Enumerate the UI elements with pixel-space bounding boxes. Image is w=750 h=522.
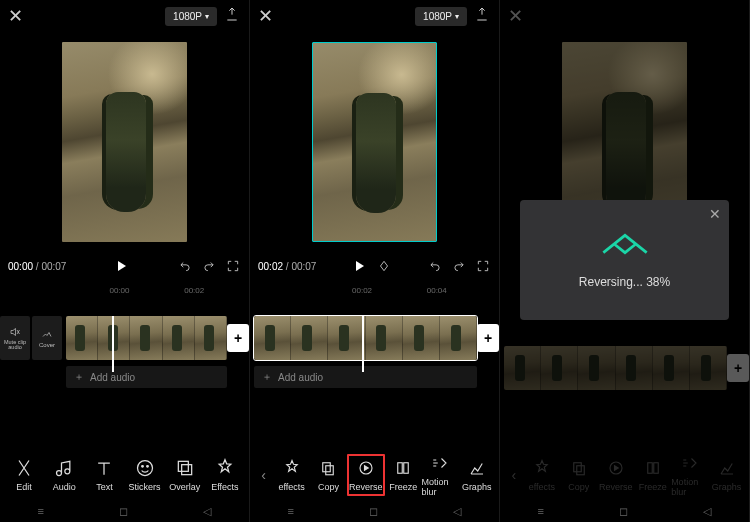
video-clip[interactable] xyxy=(254,316,477,360)
tool-effects: effects xyxy=(523,458,560,492)
android-navbar: ≡ ◻ ◁ xyxy=(0,500,249,522)
video-clip[interactable] xyxy=(66,316,227,360)
timeline[interactable]: 00:00 00:02 Mute clip audio Cover + ＋ Ad… xyxy=(0,280,249,430)
tool-reverse: Reverse xyxy=(597,458,634,492)
tool-effects[interactable]: Effects xyxy=(206,458,244,492)
tool-freeze[interactable]: Freeze xyxy=(385,458,422,492)
progress-overlay: ✕ Reversing... 38% xyxy=(520,200,729,320)
tool-effects[interactable]: effects xyxy=(273,458,310,492)
svg-point-0 xyxy=(137,461,152,476)
svg-rect-6 xyxy=(326,466,334,475)
tool-motionblur[interactable]: Motion blur xyxy=(422,453,459,497)
tool-copy: Copy xyxy=(560,458,597,492)
mute-clip-button[interactable]: Mute clip audio xyxy=(0,316,30,360)
fullscreen-icon[interactable] xyxy=(475,258,491,274)
tool-text[interactable]: Text xyxy=(85,458,123,492)
nav-back-icon[interactable]: ◁ xyxy=(453,505,461,518)
svg-point-1 xyxy=(141,466,143,468)
redo-icon[interactable] xyxy=(451,258,467,274)
svg-rect-4 xyxy=(181,465,191,475)
playhead[interactable] xyxy=(112,316,114,372)
tool-overlay[interactable]: Overlay xyxy=(166,458,204,492)
tool-audio[interactable]: Audio xyxy=(45,458,83,492)
tool-stickers[interactable]: Stickers xyxy=(126,458,164,492)
tool-motionblur: Motion blur xyxy=(671,453,708,497)
tool-copy[interactable]: Copy xyxy=(310,458,347,492)
svg-point-2 xyxy=(146,466,148,468)
bottom-toolbar: Edit Audio Text Stickers Overlay Effects xyxy=(0,450,249,500)
tool-graphs: Graphs xyxy=(708,458,745,492)
progress-text: Reversing... 38% xyxy=(579,275,670,289)
svg-rect-10 xyxy=(574,463,582,472)
top-bar: ✕ 1080P xyxy=(0,0,249,32)
close-icon[interactable]: ✕ xyxy=(508,5,528,27)
nav-menu-icon[interactable]: ≡ xyxy=(288,505,294,517)
tool-graphs[interactable]: Graphs xyxy=(458,458,495,492)
undo-icon[interactable] xyxy=(177,258,193,274)
timeline-ruler: 00:02 00:04 xyxy=(250,286,499,298)
time-display: 00:02 / 00:07 xyxy=(258,261,316,272)
reverse-progress-icon xyxy=(599,231,651,261)
timeline[interactable]: 00:02 00:04 + ＋ Add audio xyxy=(250,280,499,430)
tool-freeze: Freeze xyxy=(634,458,671,492)
playback-bar: 00:00 / 00:07 xyxy=(0,252,249,280)
close-icon[interactable]: ✕ xyxy=(8,5,28,27)
video-frame xyxy=(62,42,187,242)
nav-home-icon[interactable]: ◻ xyxy=(619,505,628,518)
mute-clip-label: Mute clip audio xyxy=(0,340,30,351)
add-clip-button[interactable]: + xyxy=(477,324,499,352)
redo-icon[interactable] xyxy=(201,258,217,274)
undo-icon[interactable] xyxy=(427,258,443,274)
overlay-close-icon[interactable]: ✕ xyxy=(709,206,721,222)
nav-menu-icon[interactable]: ≡ xyxy=(538,505,544,517)
video-clip xyxy=(504,346,727,390)
add-clip-button[interactable]: + xyxy=(227,324,249,352)
nav-menu-icon[interactable]: ≡ xyxy=(38,505,44,517)
fullscreen-icon[interactable] xyxy=(225,258,241,274)
tool-reverse[interactable]: Reverse xyxy=(347,454,385,496)
add-audio-row[interactable]: ＋ Add audio xyxy=(254,366,477,388)
bottom-toolbar: ‹ effects Copy Reverse Freeze Motion blu… xyxy=(500,450,749,500)
top-bar: ✕ 1080P xyxy=(250,0,499,32)
resolution-selector[interactable]: 1080P xyxy=(415,7,467,26)
toolbar-back-icon: ‹ xyxy=(504,467,523,483)
video-frame xyxy=(312,42,437,242)
nav-back-icon[interactable]: ◁ xyxy=(203,505,211,518)
nav-back-icon[interactable]: ◁ xyxy=(703,505,711,518)
svg-rect-9 xyxy=(404,463,409,474)
android-navbar: ≡ ◻ ◁ xyxy=(500,500,749,522)
top-bar: ✕ 1080P xyxy=(500,0,749,32)
timeline-ruler: 00:00 00:02 xyxy=(0,286,249,298)
playhead[interactable] xyxy=(362,316,364,372)
play-icon[interactable] xyxy=(352,258,368,274)
time-display: 00:00 / 00:07 xyxy=(8,261,66,272)
export-icon[interactable] xyxy=(473,6,491,26)
svg-rect-13 xyxy=(647,463,652,474)
nav-home-icon[interactable]: ◻ xyxy=(369,505,378,518)
toolbar-back-icon[interactable]: ‹ xyxy=(254,467,273,483)
cover-button[interactable]: Cover xyxy=(32,316,62,360)
svg-rect-5 xyxy=(323,463,331,472)
svg-rect-11 xyxy=(577,466,585,475)
bottom-toolbar: ‹ effects Copy Reverse Freeze Motion blu… xyxy=(250,450,499,500)
video-preview[interactable] xyxy=(0,32,249,252)
playback-bar: 00:02 / 00:07 xyxy=(250,252,499,280)
nav-home-icon[interactable]: ◻ xyxy=(119,505,128,518)
video-preview[interactable] xyxy=(250,32,499,252)
cover-label: Cover xyxy=(39,342,55,348)
add-clip-button: + xyxy=(727,354,749,382)
keyframe-icon[interactable] xyxy=(376,258,392,274)
svg-rect-14 xyxy=(653,463,658,474)
close-icon[interactable]: ✕ xyxy=(258,5,278,27)
play-icon[interactable] xyxy=(114,258,130,274)
android-navbar: ≡ ◻ ◁ xyxy=(250,500,499,522)
resolution-selector[interactable]: 1080P xyxy=(165,7,217,26)
tool-edit[interactable]: Edit xyxy=(5,458,43,492)
svg-rect-3 xyxy=(178,461,188,471)
add-audio-row[interactable]: ＋ Add audio xyxy=(66,366,227,388)
svg-rect-8 xyxy=(398,463,403,474)
export-icon[interactable] xyxy=(223,6,241,26)
